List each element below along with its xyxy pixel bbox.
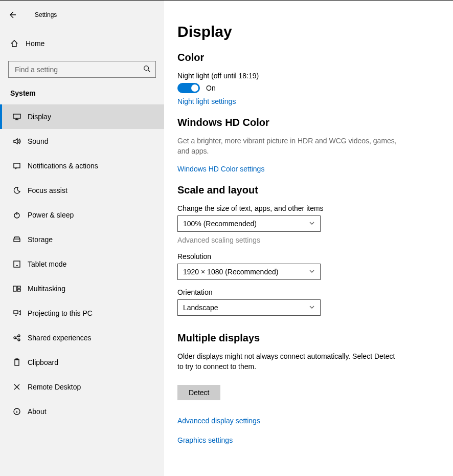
clipboard-icon: [12, 358, 21, 367]
svg-rect-8: [17, 289, 20, 291]
power-icon: [12, 210, 21, 220]
chevron-down-icon: [309, 220, 315, 228]
resolution-select[interactable]: 1920 × 1080 (Recommended): [177, 264, 321, 280]
nav-focus[interactable]: Focus assist: [0, 178, 164, 203]
nav-remote[interactable]: Remote Desktop: [0, 375, 164, 399]
nav-tablet[interactable]: Tablet mode: [0, 252, 164, 276]
nav-sound[interactable]: Sound: [0, 129, 164, 154]
svg-rect-13: [15, 359, 19, 365]
sound-icon: [12, 137, 21, 146]
hdcolor-link[interactable]: Windows HD Color settings: [177, 165, 264, 173]
back-icon[interactable]: [7, 10, 17, 20]
svg-rect-4: [14, 239, 20, 242]
resolution-value: 1920 × 1080 (Recommended): [183, 268, 278, 276]
nav-label: Remote Desktop: [28, 383, 81, 391]
svg-rect-1: [13, 114, 20, 118]
search-box[interactable]: [8, 61, 156, 78]
nav-label: Display: [28, 113, 51, 121]
projecting-icon: [12, 309, 21, 318]
toggle-state: On: [206, 84, 216, 92]
nav-label: Projecting to this PC: [28, 309, 93, 317]
svg-point-11: [18, 335, 20, 337]
moon-icon: [12, 186, 21, 195]
storage-icon: [12, 235, 21, 244]
monitor-icon: [12, 112, 21, 121]
remote-icon: [12, 382, 21, 392]
nightlight-toggle[interactable]: [177, 83, 200, 93]
nav-label: Focus assist: [28, 186, 67, 194]
advanced-display-link[interactable]: Advanced display settings: [177, 417, 260, 425]
notifications-icon: [12, 161, 21, 170]
svg-rect-2: [14, 163, 20, 168]
search-icon: [143, 65, 150, 74]
nav-label: Tablet mode: [28, 260, 66, 268]
nav-label: Storage: [28, 235, 53, 244]
nav-display[interactable]: Display: [0, 104, 164, 129]
svg-rect-5: [14, 261, 20, 267]
page-title: Display: [177, 23, 433, 40]
color-heading: Color: [177, 52, 433, 63]
sidebar: Settings Home System Display Sound: [0, 1, 164, 476]
scale-value: 100% (Recommended): [183, 220, 257, 228]
shared-icon: [12, 333, 21, 342]
multidisplay-desc: Older displays might not always connect …: [177, 351, 402, 372]
hdcolor-desc: Get a brighter, more vibrant picture in …: [177, 136, 397, 157]
nav-label: Clipboard: [28, 358, 58, 366]
home-icon: [10, 39, 19, 48]
orientation-value: Landscape: [183, 304, 218, 312]
advanced-scaling-link[interactable]: Advanced scaling settings: [177, 236, 260, 244]
nightlight-settings-link[interactable]: Night light settings: [177, 97, 236, 105]
scale-size-label: Change the size of text, apps, and other…: [177, 204, 433, 212]
nav-label: Shared experiences: [28, 334, 92, 342]
svg-point-12: [18, 339, 20, 341]
nav-about[interactable]: About: [0, 399, 164, 424]
orientation-label: Orientation: [177, 288, 433, 296]
nav-label: Multitasking: [28, 285, 65, 293]
multitask-icon: [12, 284, 21, 293]
chevron-down-icon: [309, 304, 315, 312]
svg-rect-9: [14, 311, 18, 314]
chevron-down-icon: [309, 268, 315, 276]
main-panel: Display Color Night light (off until 18:…: [164, 1, 453, 476]
svg-point-10: [14, 337, 16, 339]
nav-shared[interactable]: Shared experiences: [0, 326, 164, 350]
nav-storage[interactable]: Storage: [0, 227, 164, 252]
home-nav[interactable]: Home: [0, 34, 164, 53]
nav-notifications[interactable]: Notifications & actions: [0, 154, 164, 178]
home-label: Home: [26, 39, 44, 48]
svg-rect-7: [17, 286, 20, 288]
nav-projecting[interactable]: Projecting to this PC: [0, 301, 164, 326]
svg-rect-6: [13, 286, 16, 291]
graphics-settings-link[interactable]: Graphics settings: [177, 436, 233, 444]
scale-select[interactable]: 100% (Recommended): [177, 215, 321, 232]
svg-point-0: [144, 66, 149, 71]
hdcolor-heading: Windows HD Color: [177, 117, 433, 128]
nav-label: Power & sleep: [28, 211, 74, 219]
group-header: System: [0, 78, 164, 104]
nav-clipboard[interactable]: Clipboard: [0, 350, 164, 375]
scale-heading: Scale and layout: [177, 184, 433, 196]
multidisplay-heading: Multiple displays: [177, 332, 433, 344]
search-input[interactable]: [14, 65, 143, 74]
window-title: Settings: [35, 11, 57, 18]
nav-label: Notifications & actions: [28, 162, 98, 170]
nav-multitask[interactable]: Multitasking: [0, 276, 164, 301]
resolution-label: Resolution: [177, 252, 433, 261]
nightlight-label: Night light (off until 18:19): [177, 72, 433, 80]
nav-power[interactable]: Power & sleep: [0, 203, 164, 227]
nav-label: Sound: [28, 137, 48, 145]
orientation-select[interactable]: Landscape: [177, 299, 321, 316]
nav-label: About: [28, 407, 47, 416]
detect-button[interactable]: Detect: [177, 385, 220, 400]
nav-list: Display Sound Notifications & actions Fo…: [0, 104, 164, 424]
about-icon: [12, 407, 21, 416]
tablet-icon: [12, 259, 21, 269]
